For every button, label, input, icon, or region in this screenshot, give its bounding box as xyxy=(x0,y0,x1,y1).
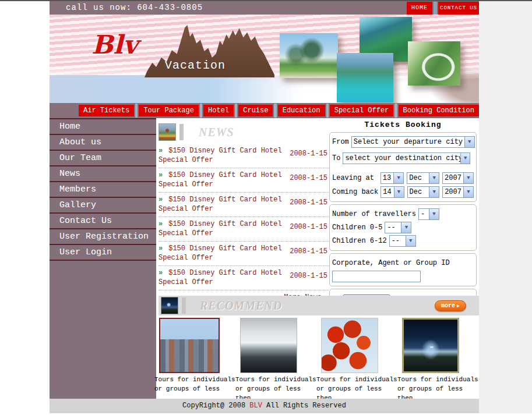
sidebar-item[interactable]: Gallery xyxy=(50,198,156,214)
booking-title: Tickets Booking xyxy=(329,120,477,129)
header-banner: Blv Vacation xyxy=(50,15,479,103)
double-arrow-icon: » xyxy=(158,147,163,155)
coming-year-select[interactable]: 2007 ▼ xyxy=(442,186,474,198)
corporate-id-box: Corporate, Agent or Group ID xyxy=(329,253,477,286)
nav-separator xyxy=(326,104,329,118)
to-label: To xyxy=(332,154,340,162)
children-6-12-label: Children 6-12 xyxy=(332,237,387,245)
news-item[interactable]: »$150 Disney Gift Card Hotel Special Off… xyxy=(158,144,329,168)
brand-tagline: Vacation xyxy=(165,59,226,72)
sidebar-item[interactable]: Our Team xyxy=(50,151,156,166)
news-item[interactable]: »$150 Disney Gift Card Hotel Special Off… xyxy=(158,217,329,242)
dropdown-arrow-icon: ▼ xyxy=(463,187,473,197)
leaving-month-select[interactable]: Dec ▼ xyxy=(407,172,439,184)
news-item-date: 2008-1-15 xyxy=(290,272,327,280)
sidebar-item[interactable]: About us xyxy=(50,135,156,151)
nav-separator xyxy=(200,104,202,118)
sidebar-item[interactable]: Members xyxy=(50,182,156,198)
water-graphic xyxy=(50,75,300,103)
leaving-day-select[interactable]: 13 ▼ xyxy=(380,172,404,184)
recommend-item: Tours for individuals or groups of less … xyxy=(316,317,397,403)
news-item-date: 2008-1-15 xyxy=(290,174,327,182)
sidebar-menu: Home About us Our Team News Members Gall… xyxy=(50,118,156,399)
recommend-tour-image[interactable] xyxy=(402,318,459,373)
news-item[interactable]: »$150 Disney Gift Card Hotel Special Off… xyxy=(158,266,329,290)
from-label: From xyxy=(332,138,349,146)
news-item-title[interactable]: »$150 Disney Gift Card Hotel Special Off… xyxy=(158,171,284,189)
news-item-title[interactable]: »$150 Disney Gift Card Hotel Special Off… xyxy=(158,268,284,287)
recommend-more-button[interactable]: more ▶ xyxy=(435,300,466,311)
news-item-title[interactable]: »$150 Disney Gift Card Hotel Special Off… xyxy=(158,146,284,165)
news-header: NEWS xyxy=(158,123,329,141)
topbar: call us now: 604-433-0805 HOME CONTACT U… xyxy=(50,1,479,15)
recommend-items: Tours for individuals or groups of less … xyxy=(154,317,479,403)
tickets-booking-panel: Tickets Booking From Select your departu… xyxy=(329,120,477,315)
dropdown-arrow-icon: ▼ xyxy=(463,173,473,183)
dropdown-arrow-icon: ▼ xyxy=(429,209,439,219)
double-arrow-icon: » xyxy=(158,171,163,179)
phone-text: call us now: 604-433-0805 xyxy=(66,3,203,12)
footer-text-suffix: All Rights Reserved xyxy=(262,402,346,410)
topbar-separator xyxy=(434,2,437,15)
recommend-tour-image[interactable] xyxy=(321,318,378,373)
content-area: Home About us Our Team News Members Gall… xyxy=(50,118,479,399)
nav-separator xyxy=(274,104,276,118)
dropdown-arrow-icon: ▼ xyxy=(429,173,439,183)
home-button[interactable]: HOME xyxy=(407,2,432,15)
sidebar-item[interactable]: Home xyxy=(50,119,156,135)
footer-text-prefix: CopyRight@ 2008 xyxy=(182,402,249,410)
section-divider-bar xyxy=(179,124,184,140)
nav-separator xyxy=(394,104,397,118)
news-item-date: 2008-1-15 xyxy=(290,223,327,231)
nav-item[interactable]: Cruise xyxy=(238,105,273,116)
footer-brand: BLV xyxy=(249,402,262,410)
news-thumbnail-image xyxy=(158,123,176,141)
travellers-box: Number of travellers - ▼ Children 0-5 --… xyxy=(329,204,477,251)
coming-month-select[interactable]: Dec ▼ xyxy=(407,186,440,198)
nav-item[interactable]: Air Tickets xyxy=(79,105,134,116)
sidebar-item[interactable]: Contact Us xyxy=(50,214,156,229)
dropdown-arrow-icon: ▼ xyxy=(464,137,474,147)
recommend-tour-image[interactable] xyxy=(240,318,297,373)
news-item[interactable]: »$150 Disney Gift Card Hotel Special Off… xyxy=(158,242,329,266)
recommend-section-header: RECOMMEND more ▶ xyxy=(158,296,479,315)
news-item[interactable]: »$150 Disney Gift Card Hotel Special Off… xyxy=(158,193,329,217)
news-item[interactable]: »$150 Disney Gift Card Hotel Special Off… xyxy=(158,168,329,193)
header-photo-mountain-road xyxy=(408,41,460,86)
children-0-5-select[interactable]: -- ▼ xyxy=(385,222,411,233)
news-item-title[interactable]: »$150 Disney Gift Card Hotel Special Off… xyxy=(158,195,284,214)
coming-day-select[interactable]: 14 ▼ xyxy=(380,186,404,198)
brand-logo: Blv xyxy=(91,30,138,59)
departure-city-select[interactable]: Select your departure city ▼ xyxy=(351,136,475,148)
nav-item[interactable]: Booking Condition xyxy=(399,105,479,116)
leaving-year-select[interactable]: 2007 ▼ xyxy=(442,172,474,184)
news-section: NEWS »$150 Disney Gift Card Hotel Specia… xyxy=(158,123,329,302)
recommend-tour-image[interactable] xyxy=(159,318,220,373)
news-list: »$150 Disney Gift Card Hotel Special Off… xyxy=(158,144,329,290)
sidebar-item[interactable]: User Login xyxy=(50,245,156,261)
nav-item[interactable]: Hotel xyxy=(203,105,234,116)
dropdown-arrow-icon: ▼ xyxy=(460,153,470,164)
nav-item[interactable]: Special Offer xyxy=(330,105,394,116)
page-right-margin xyxy=(479,1,532,413)
double-arrow-icon: » xyxy=(158,269,163,277)
nav-separator xyxy=(135,104,138,118)
header-photo-resort-pool xyxy=(337,53,393,102)
double-arrow-icon: » xyxy=(158,196,163,204)
children-6-12-select[interactable]: -- ▼ xyxy=(389,235,416,247)
contact-us-button[interactable]: CONTACT US xyxy=(438,2,479,15)
news-item-title[interactable]: »$150 Disney Gift Card Hotel Special Off… xyxy=(158,244,284,263)
nav-item[interactable]: Education xyxy=(278,105,325,116)
sidebar-item[interactable]: News xyxy=(50,166,156,182)
destination-city-select[interactable]: select your destination city ▼ xyxy=(343,152,470,164)
double-arrow-icon: » xyxy=(158,220,163,228)
nav-item[interactable]: Tour Package xyxy=(139,105,198,116)
corporate-id-input[interactable] xyxy=(332,271,421,282)
news-item-title[interactable]: »$150 Disney Gift Card Hotel Special Off… xyxy=(158,219,284,238)
header-photo-palm-beach xyxy=(280,33,338,78)
news-section-title: NEWS xyxy=(199,126,234,139)
recommend-item: Tours for individuals or groups of less … xyxy=(235,317,316,403)
footer: CopyRight@ 2008 BLV All Rights Reserved xyxy=(50,399,479,413)
travellers-select[interactable]: - ▼ xyxy=(418,208,439,220)
sidebar-item[interactable]: User Registration xyxy=(50,229,156,245)
